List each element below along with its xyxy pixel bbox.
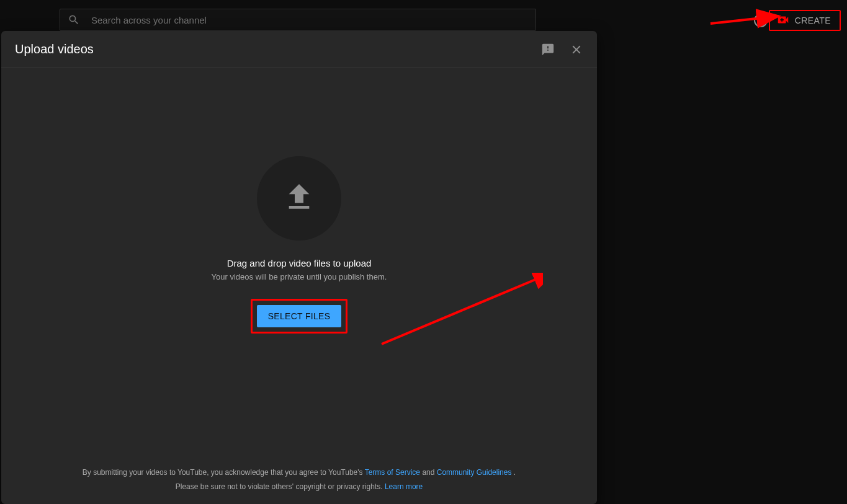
modal-body: Drag and drop video files to upload Your… (1, 68, 597, 458)
footer-line-1: By submitting your videos to YouTube, yo… (16, 466, 582, 480)
learn-more-link[interactable]: Learn more (385, 482, 423, 491)
feedback-icon[interactable] (541, 43, 555, 56)
create-button[interactable]: CREATE (769, 10, 841, 31)
drag-subtitle: Your videos will be private until you pu… (212, 272, 387, 281)
upload-dropzone[interactable] (257, 156, 341, 241)
annotation-highlight-select: SELECT FILES (251, 299, 348, 334)
modal-title: Upload videos (15, 42, 541, 56)
search-input[interactable] (91, 15, 528, 25)
upload-modal: Upload videos Drag and drop video files … (1, 31, 597, 504)
select-files-button[interactable]: SELECT FILES (257, 305, 342, 327)
terms-of-service-link[interactable]: Terms of Service (365, 468, 420, 477)
drag-title: Drag and drop video files to upload (227, 258, 372, 268)
community-guidelines-link[interactable]: Community Guidelines (437, 468, 512, 477)
help-icon[interactable]: ? (754, 14, 768, 27)
modal-footer: By submitting your videos to YouTube, yo… (1, 458, 597, 504)
footer-prefix: By submitting your videos to YouTube, yo… (83, 468, 365, 477)
header-icons (541, 43, 583, 56)
footer-and: and (422, 468, 436, 477)
search-bar[interactable] (60, 9, 536, 31)
create-video-icon (776, 13, 790, 29)
upload-arrow-icon (282, 180, 316, 217)
footer-line2-prefix: Please be sure not to violate others' co… (176, 482, 385, 491)
footer-line-2: Please be sure not to violate others' co… (16, 480, 582, 494)
close-icon[interactable] (570, 43, 583, 56)
search-icon (68, 14, 80, 26)
footer-period: . (514, 468, 516, 477)
modal-header: Upload videos (1, 31, 597, 68)
create-label: CREATE (795, 15, 831, 25)
